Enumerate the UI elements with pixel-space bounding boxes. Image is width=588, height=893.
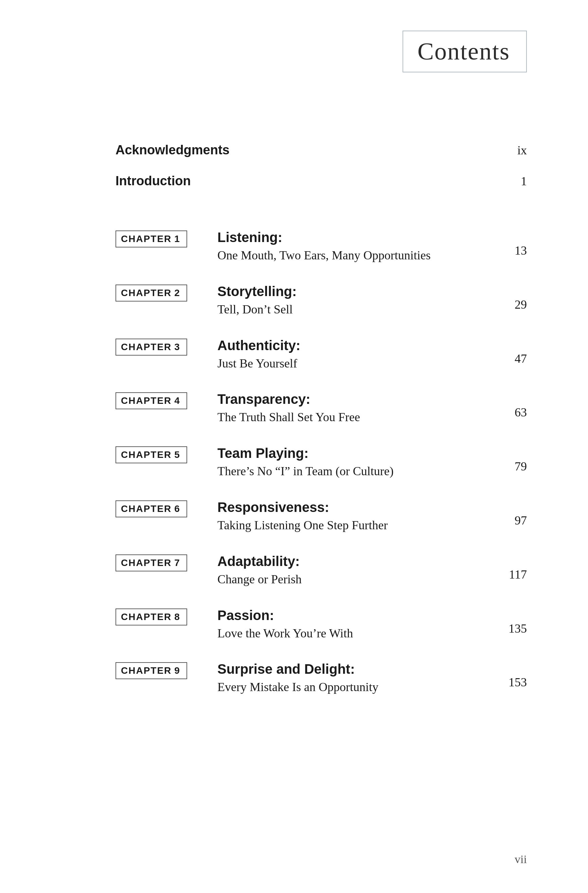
chapter-label-8: CHAPTER [121,612,171,622]
chapter-subtitle-9: Every Mistake Is an Opportunity [218,679,493,695]
chapter-badge-inner-8: CHAPTER 8 [116,609,187,625]
chapter-label-3: CHAPTER [121,342,171,352]
chapter-list: CHAPTER 1 Listening: One Mouth, Two Ears… [116,229,527,715]
chapter-badge-4: CHAPTER 4 [116,392,204,409]
chapter-badge-7: CHAPTER 7 [116,555,204,571]
chapter-subtitle-3: Just Be Yourself [218,356,493,371]
chapter-num-9: 9 [174,665,181,676]
chapter-num-3: 3 [174,342,181,352]
page-title: Contents [417,38,510,66]
chapter-subtitle-7: Change or Perish [218,571,493,588]
front-item-acknowledgments: Acknowledgments ix [116,143,527,157]
chapter-badge-9: CHAPTER 9 [116,662,204,679]
chapter-page-2: 29 [493,283,527,312]
chapter-page-1: 13 [493,229,527,258]
page: Contents Acknowledgments ix Introduction… [0,0,588,893]
chapter-page-8: 135 [493,607,527,636]
introduction-page: 1 [500,174,527,188]
chapter-badge-6: CHAPTER 6 [116,501,204,517]
chapter-subtitle-8: Love the Work You’re With [218,625,493,642]
footer-page-number: vii [514,853,527,866]
chapter-content-8: Passion: Love the Work You’re With [204,607,493,642]
main-content: Acknowledgments ix Introduction 1 CHAPTE… [116,143,527,715]
chapter-content-3: Authenticity: Just Be Yourself [204,337,493,371]
chapter-content-5: Team Playing: There’s No “I” in Team (or… [204,445,493,479]
chapter-badge-8: CHAPTER 8 [116,609,204,625]
introduction-title: Introduction [116,174,500,188]
chapter-subtitle-4: The Truth Shall Set You Free [218,409,493,425]
chapter-badge-3: CHAPTER 3 [116,338,204,356]
chapter-subtitle-1: One Mouth, Two Ears, Many Opportunities [218,248,493,263]
chapter-badge-inner-5: CHAPTER 5 [116,446,187,463]
chapter-badge-inner-6: CHAPTER 6 [116,501,187,517]
chapter-row: CHAPTER 4 Transparency: The Truth Shall … [116,391,527,425]
chapter-num-7: 7 [174,558,181,568]
chapter-title-6: Responsiveness: [218,499,493,515]
chapter-label-5: CHAPTER [121,450,171,460]
chapter-badge-inner-1: CHAPTER 1 [116,230,187,248]
chapter-row: CHAPTER 5 Team Playing: There’s No “I” i… [116,445,527,479]
chapter-label-2: CHAPTER [121,287,171,298]
front-matter: Acknowledgments ix Introduction 1 [116,143,527,188]
chapter-page-9: 153 [493,661,527,689]
chapter-row: CHAPTER 9 Surprise and Delight: Every Mi… [116,661,527,695]
chapter-row: CHAPTER 2 Storytelling: Tell, Don’t Sell… [116,283,527,317]
chapter-subtitle-2: Tell, Don’t Sell [218,302,493,317]
chapter-row: CHAPTER 7 Adaptability: Change or Perish… [116,553,527,588]
chapter-content-7: Adaptability: Change or Perish [204,553,493,588]
chapter-badge-inner-3: CHAPTER 3 [116,338,187,356]
chapter-badge-1: CHAPTER 1 [116,230,204,248]
front-item-introduction: Introduction 1 [116,174,527,188]
chapter-title-5: Team Playing: [218,445,493,461]
chapter-content-6: Responsiveness: Taking Listening One Ste… [204,499,493,533]
chapter-title-9: Surprise and Delight: [218,661,493,677]
chapter-row: CHAPTER 6 Responsiveness: Taking Listeni… [116,499,527,533]
chapter-badge-5: CHAPTER 5 [116,446,204,463]
chapter-content-9: Surprise and Delight: Every Mistake Is a… [204,661,493,695]
chapter-label-9: CHAPTER [121,665,171,676]
chapter-num-5: 5 [174,450,181,460]
chapter-row: CHAPTER 8 Passion: Love the Work You’re … [116,607,527,642]
chapter-page-7: 117 [493,553,527,582]
chapter-title-2: Storytelling: [218,283,493,299]
chapter-num-2: 2 [174,287,181,298]
chapter-label-6: CHAPTER [121,504,171,514]
chapter-label-4: CHAPTER [121,395,171,406]
chapter-label-1: CHAPTER [121,233,171,244]
chapter-badge-inner-7: CHAPTER 7 [116,555,187,571]
chapter-badge-inner-2: CHAPTER 2 [116,284,187,302]
chapter-title-8: Passion: [218,607,493,624]
chapter-content-2: Storytelling: Tell, Don’t Sell [204,283,493,317]
chapter-title-3: Authenticity: [218,337,493,353]
chapter-page-4: 63 [493,391,527,419]
chapter-subtitle-5: There’s No “I” in Team (or Culture) [218,463,493,479]
contents-title-box: Contents [402,31,527,72]
chapter-badge-2: CHAPTER 2 [116,284,204,302]
chapter-page-5: 79 [493,445,527,474]
chapter-num-8: 8 [174,612,181,622]
chapter-subtitle-6: Taking Listening One Step Further [218,517,493,533]
chapter-content-1: Listening: One Mouth, Two Ears, Many Opp… [204,229,493,263]
chapter-page-6: 97 [493,499,527,528]
chapter-row: CHAPTER 1 Listening: One Mouth, Two Ears… [116,229,527,263]
chapter-badge-inner-4: CHAPTER 4 [116,392,187,409]
chapter-num-4: 4 [174,395,181,406]
chapter-content-4: Transparency: The Truth Shall Set You Fr… [204,391,493,425]
acknowledgments-page: ix [500,143,527,157]
chapter-label-7: CHAPTER [121,558,171,568]
chapter-title-7: Adaptability: [218,553,493,570]
chapter-num-1: 1 [174,233,181,244]
chapter-title-4: Transparency: [218,391,493,407]
chapter-badge-inner-9: CHAPTER 9 [116,662,187,679]
acknowledgments-title: Acknowledgments [116,143,500,157]
chapter-num-6: 6 [174,504,181,514]
chapter-page-3: 47 [493,337,527,366]
chapter-row: CHAPTER 3 Authenticity: Just Be Yourself… [116,337,527,371]
chapter-title-1: Listening: [218,229,493,245]
